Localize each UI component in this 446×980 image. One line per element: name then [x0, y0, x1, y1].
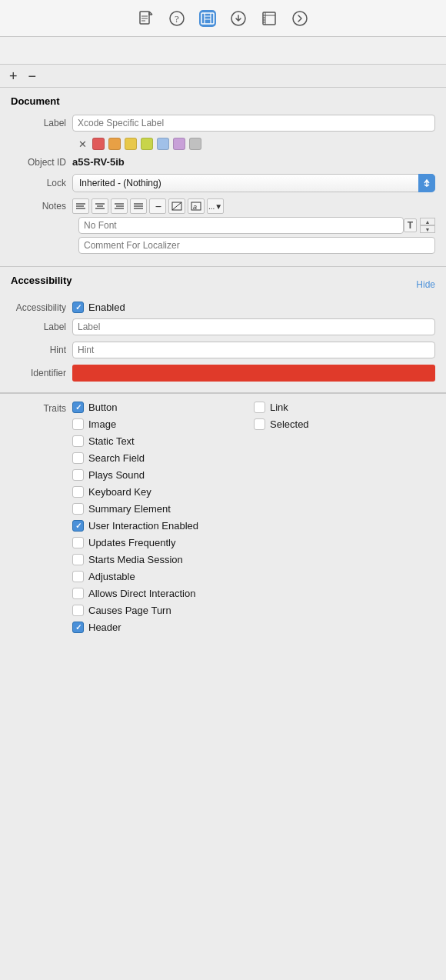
- trait-summary-element: Summary Element: [72, 503, 435, 515]
- color-purple[interactable]: [173, 138, 185, 150]
- accessibility-label-label: Label: [11, 322, 72, 332]
- add-button[interactable]: +: [8, 69, 19, 83]
- hide-link[interactable]: Hide: [416, 279, 435, 290]
- accessibility-section-header: Accessibility Hide: [11, 275, 435, 294]
- trait-search-field-label: Search Field: [88, 452, 145, 464]
- traits-col-right: Link: [254, 402, 435, 418]
- trait-updates-frequently-checkbox[interactable]: [72, 537, 84, 548]
- accessibility-enabled-row: Accessibility Enabled: [11, 302, 435, 313]
- hint-label: Hint: [11, 345, 72, 355]
- trait-header-checkbox[interactable]: [72, 622, 84, 633]
- traits-two-col-row: Button Link: [72, 402, 435, 418]
- accessibility-label-input[interactable]: [72, 318, 435, 335]
- trait-link: Link: [254, 402, 435, 413]
- trait-starts-media-session-checkbox[interactable]: [72, 554, 84, 565]
- label-row: Label: [11, 115, 435, 132]
- identifier-label: Identifier: [11, 368, 72, 378]
- hint-row: Hint: [11, 342, 435, 358]
- font-stepper: ▲ ▼: [420, 218, 435, 233]
- notes-row: Notes ---: [11, 198, 435, 214]
- font-input[interactable]: [78, 217, 404, 234]
- trait-causes-page-turn-checkbox[interactable]: [72, 605, 84, 616]
- traits-section: Traits Button Link: [0, 402, 446, 651]
- notes-label: Notes: [11, 201, 72, 212]
- svg-point-18: [293, 12, 307, 25]
- trait-static-text: Static Text: [72, 435, 435, 447]
- trait-selected-label: Selected: [270, 418, 309, 430]
- trait-keyboard-key-checkbox[interactable]: [72, 486, 84, 498]
- traits-grid: Traits Button Link: [11, 402, 435, 638]
- comment-input[interactable]: [78, 237, 435, 254]
- trait-plays-sound-label: Plays Sound: [88, 469, 145, 481]
- remove-button[interactable]: −: [27, 69, 38, 83]
- trait-image: Image: [72, 418, 254, 430]
- arrow-right-icon[interactable]: [291, 10, 308, 27]
- toolbar: ?: [0, 0, 446, 37]
- color-row: ✕: [78, 138, 435, 150]
- color-blue[interactable]: [157, 138, 169, 150]
- trait-image-label: Image: [88, 418, 116, 430]
- trait-link-checkbox[interactable]: [254, 402, 265, 413]
- trait-selected-checkbox[interactable]: [254, 418, 265, 430]
- svg-rect-6: [201, 13, 214, 24]
- document-icon[interactable]: [138, 10, 155, 27]
- search-bar: [0, 37, 446, 65]
- svg-rect-12: [263, 12, 275, 25]
- color-orange[interactable]: [108, 138, 121, 150]
- dash-btn[interactable]: ---: [149, 198, 166, 214]
- notes-more-btn[interactable]: ...▼: [207, 198, 224, 214]
- trait-static-text-checkbox[interactable]: [72, 435, 84, 447]
- trait-search-field-checkbox[interactable]: [72, 452, 84, 464]
- accessibility-enabled-group: Enabled: [72, 302, 125, 313]
- accessibility-field-label: Accessibility: [11, 302, 72, 313]
- color-yellow-green[interactable]: [141, 138, 153, 150]
- trait-summary-element-checkbox[interactable]: [72, 503, 84, 515]
- trait-button-checkbox[interactable]: [72, 402, 84, 413]
- inspector-icon[interactable]: [199, 10, 216, 27]
- font-T-icon[interactable]: T: [404, 218, 417, 232]
- strikethrough-btn[interactable]: [168, 198, 185, 214]
- document-title: Document: [11, 95, 435, 107]
- comment-row: [78, 237, 435, 254]
- trait-allows-direct-interaction-label: Allows Direct Interaction: [88, 588, 195, 599]
- trait-user-interaction-checkbox[interactable]: [72, 520, 84, 532]
- align-right-btn[interactable]: [111, 198, 128, 214]
- download-icon[interactable]: [230, 10, 247, 27]
- label-field-label: Label: [11, 118, 72, 128]
- trait-allows-direct-interaction: Allows Direct Interaction: [72, 588, 435, 599]
- hint-input[interactable]: [72, 342, 435, 358]
- trait-button: Button: [72, 402, 254, 413]
- trait-adjustable-label: Adjustable: [88, 571, 135, 582]
- rules-icon[interactable]: [261, 10, 278, 27]
- font-stepper-down[interactable]: ▼: [420, 225, 435, 233]
- trait-adjustable-checkbox[interactable]: [72, 571, 84, 582]
- lock-row: Lock Inherited - (Nothing): [11, 174, 435, 192]
- trait-image-checkbox[interactable]: [72, 418, 84, 430]
- object-id-value: a5S-RV-5ib: [72, 156, 125, 168]
- lock-select[interactable]: Inherited - (Nothing): [72, 174, 435, 192]
- align-justify-btn[interactable]: [130, 198, 147, 214]
- color-yellow-orange[interactable]: [125, 138, 137, 150]
- text-style-btn[interactable]: a: [188, 198, 205, 214]
- color-gray[interactable]: [189, 138, 201, 150]
- trait-plays-sound: Plays Sound: [72, 469, 435, 481]
- traits-col-right-2: Selected: [254, 418, 435, 435]
- help-icon[interactable]: ?: [168, 10, 185, 27]
- color-clear-icon[interactable]: ✕: [78, 138, 87, 150]
- trait-allows-direct-interaction-checkbox[interactable]: [72, 588, 84, 599]
- color-red[interactable]: [92, 138, 105, 150]
- trait-keyboard-key-label: Keyboard Key: [88, 486, 151, 498]
- notes-toolbar: --- a ...▼: [72, 198, 435, 214]
- accessibility-enabled-checkbox[interactable]: [72, 302, 84, 313]
- trait-header-label: Header: [88, 622, 121, 633]
- trait-static-text-label: Static Text: [88, 435, 135, 447]
- identifier-redacted-value[interactable]: [72, 365, 435, 382]
- trait-plays-sound-checkbox[interactable]: [72, 469, 84, 481]
- font-stepper-up[interactable]: ▲: [420, 218, 435, 225]
- align-center-btn[interactable]: [92, 198, 108, 214]
- traits-col-left-2: Image: [72, 418, 254, 435]
- trait-keyboard-key: Keyboard Key: [72, 486, 435, 498]
- align-left-btn[interactable]: [72, 198, 89, 214]
- label-input[interactable]: [72, 115, 435, 132]
- trait-starts-media-session: Starts Media Session: [72, 554, 435, 565]
